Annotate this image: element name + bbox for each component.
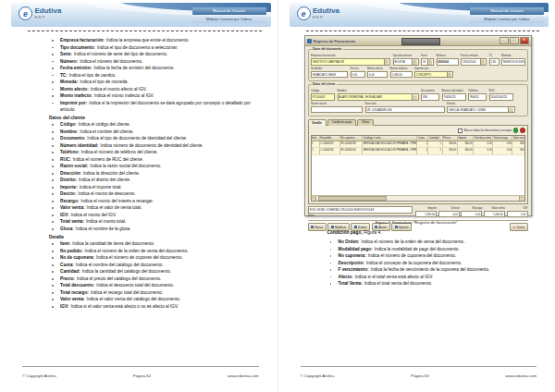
tab-glosa[interactable]: Glosa [357, 119, 374, 126]
nombre-input[interactable]: ALARCON MEDINA, JHON ALDAIR… [338, 93, 419, 101]
bullet-marker-icon [52, 61, 54, 63]
field-label: Distrito [447, 102, 515, 105]
dropdown-arrow-icon[interactable]: ▾ [384, 59, 389, 65]
scroll-right-icon[interactable]: ▸ [519, 196, 524, 201]
bullet-marker-icon [52, 159, 54, 161]
header-ribbons: Manual de Usuario Módulo Cuentas por Cob… [470, 7, 544, 23]
header-banner: e Edutiva ERP Manual de Usuario Módulo C… [11, 3, 271, 27]
dropdown-arrow-icon[interactable]: ▾ [447, 72, 452, 78]
item-label: No de cuponera: [60, 255, 94, 260]
item-label: Moneda: [60, 80, 78, 84]
field-value: CONCEPTO [416, 73, 431, 77]
tc-input[interactable]: 2.80 [489, 58, 500, 66]
field-value: ALARCON MEDINA, JHON ALDAIR [339, 95, 383, 99]
serie-select[interactable]: 03▾ [421, 58, 434, 66]
select-all-checkbox[interactable] [458, 129, 462, 133]
figure-caption: Figura 3. Formulario “Registro de factur… [278, 220, 555, 225]
item-desc: Indica el tipo de cambio. [69, 73, 117, 78]
browse-button[interactable]: … [508, 107, 513, 113]
window-titlebar[interactable]: Registro de Facturación – □ ✕ [305, 36, 531, 46]
tab-panel-detalle: Marcar todos los descuentos y recargos I… [308, 125, 528, 203]
column-header: Total recargo [493, 136, 512, 141]
tab-detalle[interactable]: Detalle [308, 119, 327, 126]
telefono-input[interactable]: 964452 [468, 93, 487, 101]
vendedor-input[interactable]: HUANCAYO SEDE [311, 71, 348, 79]
item-desc: Indica el tipo de documento de identidad… [87, 136, 187, 141]
field-value: 19/02/2014 [462, 60, 475, 64]
field-label: Dirección [365, 102, 445, 105]
dashed-divider [28, 31, 262, 31]
field-label: TC [489, 54, 500, 57]
monto-afecto-input[interactable]: 0.00 [367, 71, 388, 79]
list-item: No cuponera:Indica el número de cuponera… [327, 252, 540, 260]
edutiva-logo: e Edutiva ERP [18, 6, 61, 20]
list-item: Valor venta:Indica el valor venta del ca… [49, 296, 262, 303]
item-label: IGV: [60, 213, 68, 217]
item-label: Monto inafecto: [60, 93, 92, 98]
cell: 1 [417, 141, 428, 148]
list-item: Descripción:Indica el concepto de la cup… [327, 260, 540, 267]
bullet-list: Código:Indica el código del cliente. Nom… [49, 121, 262, 232]
codigo-input[interactable]: PC140047 [311, 93, 335, 101]
bullet-marker-icon [52, 292, 54, 294]
list-item: Afecto:Indica si el total venta está afe… [327, 274, 540, 281]
bullet-marker-icon [52, 89, 54, 91]
item-label: Código: [60, 122, 77, 127]
column-header: Cuota [417, 136, 428, 141]
field-value: 03 [423, 60, 426, 64]
item-label: Descripción: [339, 261, 364, 265]
documento-input[interactable]: DNI [421, 93, 439, 101]
browse-button[interactable]: … [412, 94, 417, 100]
direccion-input[interactable]: JR. LOS ANDES 456 [365, 106, 445, 114]
bullet-marker-icon [330, 276, 332, 278]
column-header: Cantidad [428, 136, 442, 141]
distrito-input[interactable]: CHILCA / HUANCAYO / JUNIN… [447, 106, 515, 114]
scrollbar-thumb[interactable] [318, 196, 387, 201]
edutiva-logo-icon: e [297, 6, 311, 20]
app-window-registro-facturacion: Registro de Facturación – □ ✕ Datos del … [304, 35, 532, 216]
cell: 0.00 [474, 148, 493, 154]
background-toolbar-combo [401, 38, 440, 45]
close-x-icon: ✕ [512, 226, 515, 229]
list-item: Cuota:Indica el nombre del catálogo del … [49, 262, 262, 269]
cell: C-14000256 [320, 148, 340, 154]
item-desc: Indica el monto del interés a recargar. [80, 199, 153, 203]
remove-row-icon[interactable] [520, 128, 525, 133]
list-item: Tipo documento:Indica el tipo de documen… [49, 44, 262, 52]
bullet-marker-icon [330, 283, 332, 285]
item-desc: Indica el monto inafecto al IGV. [94, 93, 154, 98]
table-row[interactable]: 1 C-14000255 RC-00000139 MENSUALIDAD EDU… [312, 141, 524, 149]
monto-inafecto-input[interactable]: 1,080.00 [390, 71, 413, 79]
numero-identidad-input[interactable]: 70456123 [442, 93, 466, 101]
glosa-label: Glosa [308, 214, 314, 217]
moneda-input[interactable]: NUEVOS SOLES [501, 58, 525, 66]
dropdown-arrow-icon[interactable]: ▾ [427, 59, 433, 65]
ruc-input[interactable]: 20541100123 [489, 93, 513, 101]
minimize-button[interactable]: – [500, 37, 509, 45]
razon-social-input[interactable] [311, 106, 363, 114]
item-desc: Indica el nombre del catálogo del docume… [76, 263, 164, 267]
tab-condicion-pago[interactable]: Condición pago [327, 119, 357, 126]
item-desc: Indica el precio del catálogo del docume… [77, 276, 161, 281]
fecha-emision-select[interactable]: 19/02/2014▾ [461, 58, 487, 66]
tipo-documento-select[interactable]: BOLETA▾ [393, 58, 419, 66]
maximize-button[interactable]: □ [510, 37, 519, 45]
horizontal-scrollbar[interactable]: ◂ ▸ [312, 195, 524, 201]
imprimir-por-select[interactable]: CONCEPTO▾ [414, 71, 453, 79]
glosa-input[interactable]: SON: UN MIL OCHENTA CON 00/100 NUEVOS SO… [308, 206, 413, 214]
descto-input[interactable]: 0.00 [351, 71, 365, 79]
dropdown-arrow-icon[interactable]: ▾ [480, 59, 486, 65]
list-item: No de cuponera:Indica el número de cupon… [49, 254, 262, 262]
list-item: Moneda:Indica el tipo de moneda. [49, 79, 262, 86]
scroll-left-icon[interactable]: ◂ [312, 196, 317, 201]
total-label: IGV [524, 206, 528, 210]
item-label: Imprimir por: [60, 101, 87, 105]
add-row-icon[interactable] [513, 128, 519, 133]
dropdown-arrow-icon[interactable]: ▾ [412, 59, 417, 65]
table-row[interactable]: 2 C-14000256 RC-00000140 MENSUALIDAD EDU… [312, 148, 524, 155]
item-desc: Indica el monto del IGV. [70, 213, 117, 217]
bullet-marker-icon [52, 257, 54, 259]
empresa-facturacion-select[interactable]: INSTITUTO LIBERTADOR▾ [311, 58, 390, 66]
close-button[interactable]: ✕ [520, 37, 529, 45]
numero-input[interactable]: 0000034 [437, 58, 459, 66]
